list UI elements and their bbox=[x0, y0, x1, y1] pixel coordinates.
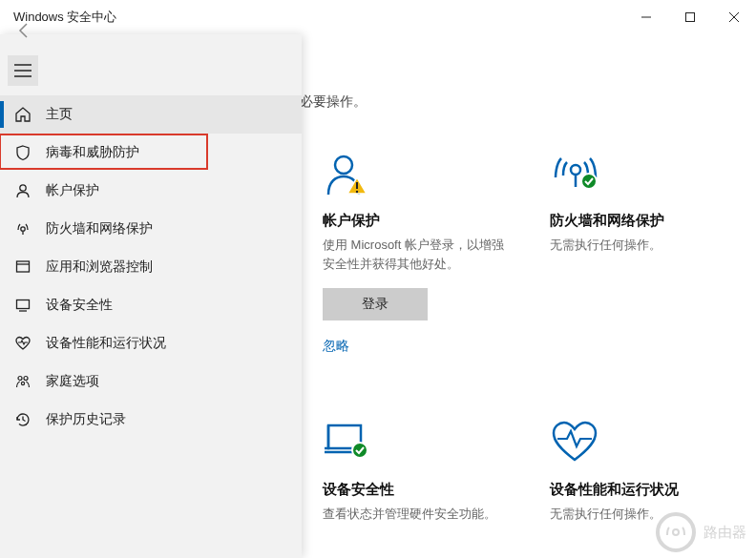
sidebar-item-label: 家庭选项 bbox=[46, 373, 99, 390]
home-icon bbox=[13, 105, 32, 124]
body: 主页 病毒和威胁防护 帐户保护 bbox=[0, 34, 756, 558]
svg-point-14 bbox=[18, 377, 22, 381]
sidebar-item-label: 应用和浏览器控制 bbox=[46, 258, 153, 276]
card-firewall[interactable]: 防火墙和网络保护 无需执行任何操作。 bbox=[550, 145, 731, 355]
sidebar-item-device-health[interactable]: 设备性能和运行状况 bbox=[0, 324, 302, 362]
sidebar-item-device-security[interactable]: 设备安全性 bbox=[0, 286, 302, 324]
svg-point-8 bbox=[21, 227, 25, 231]
ignore-link[interactable]: 忽略 bbox=[323, 338, 504, 355]
device-security-icon bbox=[323, 414, 504, 467]
hamburger-button[interactable] bbox=[8, 55, 38, 86]
device-health-icon bbox=[13, 334, 32, 353]
cards: 帐户保护 使用 Microsoft 帐户登录，以增强安全性并获得其他好处。 登录… bbox=[300, 145, 739, 524]
sidebar-item-account[interactable]: 帐户保护 bbox=[0, 172, 302, 210]
svg-point-23 bbox=[581, 174, 597, 189]
svg-point-17 bbox=[335, 156, 352, 174]
sidebar-item-label: 主页 bbox=[46, 106, 73, 123]
main-content: 必要操作。 帐户保护 使用 Microsoft 帐户登录，以增 bbox=[296, 34, 756, 558]
svg-rect-10 bbox=[17, 261, 30, 272]
close-button[interactable] bbox=[712, 0, 756, 34]
svg-point-16 bbox=[21, 382, 24, 384]
minimize-button[interactable] bbox=[624, 0, 668, 34]
card-title: 帐户保护 bbox=[323, 212, 504, 230]
svg-point-7 bbox=[20, 185, 26, 191]
card-desc: 使用 Microsoft 帐户登录，以增强安全性并获得其他好处。 bbox=[323, 236, 504, 273]
firewall-icon bbox=[550, 145, 731, 198]
device-health-icon bbox=[550, 414, 731, 467]
subtitle-fragment: 必要操作。 bbox=[300, 93, 739, 111]
card-account-protection[interactable]: 帐户保护 使用 Microsoft 帐户登录，以增强安全性并获得其他好处。 登录… bbox=[323, 145, 504, 355]
sidebar-item-label: 保护历史记录 bbox=[46, 411, 126, 428]
card-device-security[interactable]: 设备安全性 查看状态并管理硬件安全功能。 bbox=[323, 414, 504, 524]
nav: 主页 病毒和威胁防护 帐户保护 bbox=[0, 90, 302, 439]
maximize-button[interactable] bbox=[668, 0, 712, 34]
svg-point-27 bbox=[673, 529, 679, 535]
login-button[interactable]: 登录 bbox=[323, 288, 428, 320]
card-device-health[interactable]: 设备性能和运行状况 无需执行任何操作。 bbox=[550, 414, 731, 524]
sidebar-item-label: 防火墙和网络保护 bbox=[46, 220, 153, 238]
svg-point-21 bbox=[571, 165, 580, 175]
watermark-text: 路由器 bbox=[704, 524, 746, 542]
watermark-icon bbox=[656, 512, 696, 552]
account-icon bbox=[323, 145, 504, 198]
shield-icon bbox=[13, 143, 32, 162]
card-title: 设备性能和运行状况 bbox=[550, 481, 731, 499]
sidebar-item-app-browser[interactable]: 应用和浏览器控制 bbox=[0, 248, 302, 286]
history-icon bbox=[13, 410, 32, 429]
card-title: 设备安全性 bbox=[323, 481, 504, 499]
account-icon bbox=[13, 181, 32, 200]
sidebar-item-firewall[interactable]: 防火墙和网络保护 bbox=[0, 210, 302, 248]
sidebar-item-family[interactable]: 家庭选项 bbox=[0, 362, 302, 401]
svg-point-15 bbox=[24, 377, 28, 381]
svg-rect-1 bbox=[686, 13, 695, 22]
window: Windows 安全中心 bbox=[0, 0, 756, 558]
sidebar-item-history[interactable]: 保护历史记录 bbox=[0, 401, 302, 439]
sidebar-item-label: 设备安全性 bbox=[46, 297, 113, 314]
firewall-icon bbox=[13, 219, 32, 238]
watermark: 路由器 bbox=[656, 512, 746, 552]
sidebar-item-virus[interactable]: 病毒和威胁防护 bbox=[0, 134, 302, 172]
card-desc: 查看状态并管理硬件安全功能。 bbox=[323, 505, 504, 524]
card-desc: 无需执行任何操作。 bbox=[550, 236, 731, 255]
app-browser-icon bbox=[13, 258, 32, 277]
sidebar-item-label: 帐户保护 bbox=[46, 182, 99, 199]
sidebar: 主页 病毒和威胁防护 帐户保护 bbox=[0, 34, 302, 558]
sidebar-item-home[interactable]: 主页 bbox=[0, 95, 302, 134]
back-button[interactable] bbox=[13, 19, 36, 42]
family-icon bbox=[13, 372, 32, 391]
svg-point-26 bbox=[352, 443, 368, 458]
card-title: 防火墙和网络保护 bbox=[550, 212, 731, 230]
svg-rect-12 bbox=[17, 300, 30, 309]
sidebar-item-label: 设备性能和运行状况 bbox=[46, 335, 166, 352]
sidebar-item-label: 病毒和威胁防护 bbox=[46, 144, 139, 161]
device-security-icon bbox=[13, 296, 32, 315]
svg-point-20 bbox=[356, 191, 358, 193]
